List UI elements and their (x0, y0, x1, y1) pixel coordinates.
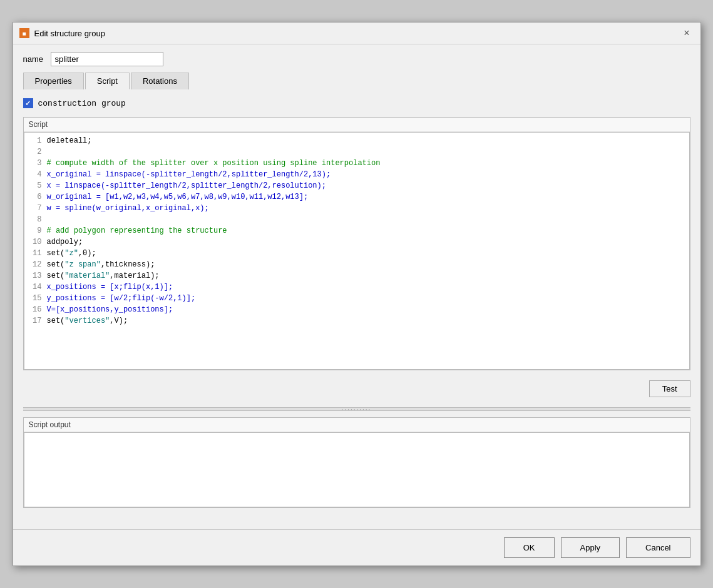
edit-structure-group-dialog: ■ Edit structure group × name Properties… (13, 22, 701, 566)
code-line-6: 6 w_original = [w1,w2,w3,w4,w5,w6,w7,w8,… (29, 191, 684, 203)
code-line-17: 17 set("vertices",V); (29, 315, 684, 327)
code-line-3: 3 # compute width of the splitter over x… (29, 158, 684, 169)
script-editor[interactable]: 1 deleteall; 2 3 # compute width of the … (24, 132, 690, 370)
apply-button[interactable]: Apply (561, 537, 620, 558)
name-label: name (23, 54, 46, 64)
code-line-11: 11 set("z",0); (29, 248, 684, 259)
title-bar: ■ Edit structure group × (13, 23, 700, 44)
close-button[interactable]: × (679, 26, 694, 40)
code-line-7: 7 w = spline(w_original,x_original,x); (29, 203, 684, 214)
output-label: Script output (24, 418, 690, 432)
name-row: name (23, 52, 690, 66)
construction-group-label: construction group (38, 99, 126, 108)
output-wrapper: Script output (23, 417, 690, 508)
code-line-5: 5 x = linspace(-splitter_length/2,splitt… (29, 180, 684, 191)
code-line-15: 15 y_positions = [w/2;flip(-w/2,1)]; (29, 293, 684, 304)
code-line-9: 9 # add polygon representing the structu… (29, 225, 684, 236)
name-input[interactable] (51, 52, 163, 66)
construction-group-row: construction group (23, 96, 690, 111)
construction-group-checkbox[interactable] (23, 98, 33, 108)
tab-properties[interactable]: Properties (23, 73, 84, 89)
test-button-row: Test (23, 377, 690, 401)
code-line-16: 16 V=[x_positions,y_positions]; (29, 304, 684, 315)
title-bar-left: ■ Edit structure group (19, 28, 105, 38)
test-button[interactable]: Test (649, 380, 690, 397)
bottom-buttons: OK Apply Cancel (13, 529, 700, 565)
tab-rotations[interactable]: Rotations (131, 73, 189, 89)
code-line-2: 2 (29, 146, 684, 158)
dialog-title: Edit structure group (34, 29, 105, 38)
dialog-body: name Properties Script Rotations constru… (13, 44, 700, 529)
code-line-14: 14 x_positions = [x;flip(x,1)]; (29, 281, 684, 293)
ok-button[interactable]: OK (504, 537, 555, 558)
code-line-10: 10 addpoly; (29, 236, 684, 248)
script-label: Script (24, 118, 690, 132)
code-line-12: 12 set("z span",thickness); (29, 259, 684, 270)
cancel-button[interactable]: Cancel (626, 537, 690, 558)
code-line-1: 1 deleteall; (29, 135, 684, 146)
output-area (24, 432, 690, 507)
code-line-4: 4 x_original = linspace(-splitter_length… (29, 169, 684, 180)
script-wrapper: Script 1 deleteall; 2 3 # compute width … (23, 117, 690, 370)
code-line-8: 8 (29, 214, 684, 225)
app-icon: ■ (19, 28, 29, 38)
code-line-13: 13 set("material",material); (29, 270, 684, 281)
tab-script[interactable]: Script (85, 73, 130, 89)
tabs-row: Properties Script Rotations (23, 73, 690, 89)
resize-divider[interactable]: ·········· (23, 407, 690, 411)
